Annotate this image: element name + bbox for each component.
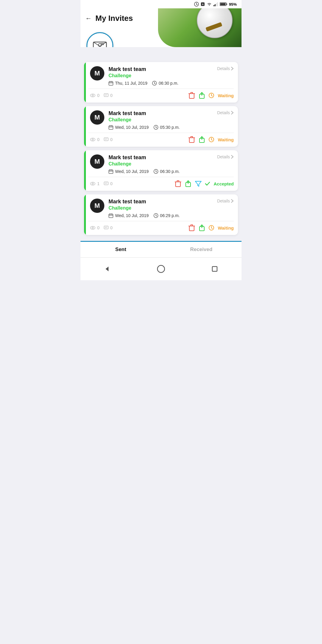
calendar-icon xyxy=(109,169,113,174)
details-label: Details xyxy=(217,154,230,159)
svg-point-50 xyxy=(90,138,95,141)
views-count: 0 xyxy=(97,225,100,230)
battery-icon xyxy=(220,2,227,6)
share-icon[interactable] xyxy=(199,224,205,231)
details-link[interactable]: Details xyxy=(217,154,234,159)
svg-rect-85 xyxy=(109,214,113,218)
chevron-right-icon xyxy=(231,155,234,159)
nav-recent-button[interactable] xyxy=(208,262,221,275)
calendar-icon xyxy=(109,81,113,86)
messages-stat: 0 xyxy=(104,93,113,98)
invite-date: Thu, 11 Jul, 2019 xyxy=(115,81,147,86)
card-date-time: Wed, 10 Jul, 2019 06:30 p.m. xyxy=(109,169,234,174)
status-badge: Waiting xyxy=(218,225,234,230)
share-icon[interactable] xyxy=(185,180,191,187)
svg-rect-77 xyxy=(176,182,180,187)
card-info: Mark test team Challenge Details xyxy=(109,66,234,86)
filter-icon[interactable] xyxy=(195,180,202,187)
time-item: 06:30 p.m. xyxy=(152,81,178,86)
time-item: 05:30 p.m. xyxy=(154,125,180,130)
svg-rect-109 xyxy=(212,267,217,271)
svg-rect-33 xyxy=(189,94,194,98)
chevron-right-icon xyxy=(231,199,234,203)
cards-area: M Mark test team Challenge Details xyxy=(80,47,242,239)
share-icon[interactable] xyxy=(199,136,205,143)
time-icon xyxy=(154,213,158,218)
delete-icon[interactable] xyxy=(188,224,195,231)
svg-rect-52 xyxy=(104,138,108,141)
nfc-icon: N xyxy=(200,2,205,7)
eye-icon xyxy=(90,94,95,97)
invite-time: 05:30 p.m. xyxy=(160,125,180,130)
card-top-section: M Mark test team Challenge Details xyxy=(84,62,238,89)
svg-rect-7 xyxy=(216,3,217,6)
details-link[interactable]: Details xyxy=(217,110,234,115)
card-info: Mark test team Challenge Details xyxy=(109,110,234,130)
svg-line-91 xyxy=(156,216,157,216)
action-icons: Waiting xyxy=(188,136,234,143)
delete-icon[interactable] xyxy=(188,92,195,99)
invite-date: Wed, 10 Jul, 2019 xyxy=(115,125,149,130)
svg-rect-11 xyxy=(220,3,225,5)
views-count: 0 xyxy=(97,93,100,98)
svg-point-72 xyxy=(90,182,95,185)
invite-time: 06:30 p.m. xyxy=(160,169,180,174)
tab-sent[interactable]: Sent xyxy=(80,242,161,257)
card-top-section: M Mark test team Challenge Details xyxy=(84,194,238,221)
chevron-right-icon xyxy=(231,66,234,71)
date-item: Wed, 10 Jul, 2019 xyxy=(109,125,149,130)
team-avatar: M xyxy=(90,66,104,80)
action-icons: Accepted xyxy=(175,180,234,187)
challenge-type: Challenge xyxy=(109,161,146,167)
views-stat: 1 xyxy=(90,181,100,186)
views-stat: 0 xyxy=(90,93,100,98)
messages-count: 0 xyxy=(110,93,113,98)
details-label: Details xyxy=(217,110,230,115)
invite-card-2: M Mark test team Challenge Details xyxy=(84,106,238,147)
invite-envelope-icon xyxy=(92,39,108,47)
svg-line-106 xyxy=(211,228,213,229)
eye-icon xyxy=(90,226,95,230)
nav-home-button[interactable] xyxy=(154,262,168,275)
eye-icon xyxy=(90,138,95,141)
team-name: Mark test team xyxy=(109,154,146,161)
messages-stat: 0 xyxy=(104,225,113,230)
delete-icon[interactable] xyxy=(188,136,195,143)
details-link[interactable]: Details xyxy=(217,199,234,203)
svg-rect-97 xyxy=(189,226,194,231)
svg-rect-74 xyxy=(104,182,108,185)
details-link[interactable]: Details xyxy=(217,66,234,71)
waiting-clock-icon xyxy=(209,93,214,98)
message-icon xyxy=(104,137,109,142)
nav-back-button[interactable] xyxy=(101,262,114,275)
invite-date: Wed, 10 Jul, 2019 xyxy=(115,213,149,218)
clock-status-icon xyxy=(194,2,199,7)
calendar-icon xyxy=(109,213,113,218)
challenge-type: Challenge xyxy=(109,117,146,123)
views-stat: 0 xyxy=(90,225,100,230)
svg-line-49 xyxy=(156,128,157,128)
svg-point-93 xyxy=(92,227,94,229)
chevron-right-icon xyxy=(231,111,234,115)
time-icon xyxy=(154,169,158,174)
share-icon[interactable] xyxy=(199,92,205,99)
back-button[interactable]: ← xyxy=(85,15,92,22)
messages-count: 0 xyxy=(110,137,113,142)
waiting-clock-icon xyxy=(209,137,214,142)
svg-point-92 xyxy=(90,226,95,229)
nav-home-icon xyxy=(157,265,165,273)
svg-line-27 xyxy=(154,83,155,84)
card-date-time: Wed, 10 Jul, 2019 06:29 p.m. xyxy=(109,213,234,218)
team-avatar: M xyxy=(90,110,104,125)
invite-card-3: M Mark test team Challenge Details xyxy=(84,150,238,191)
tab-received[interactable]: Received xyxy=(161,242,242,257)
invite-card-4: M Mark test team Challenge Details xyxy=(84,194,238,235)
card-bottom-section: 0 0 xyxy=(84,89,238,103)
team-avatar: M xyxy=(90,154,104,169)
delete-icon[interactable] xyxy=(175,180,181,187)
svg-rect-94 xyxy=(104,226,108,229)
details-label: Details xyxy=(217,66,230,71)
team-name: Mark test team xyxy=(109,66,146,72)
card-date-time: Thu, 11 Jul, 2019 06:30 p.m. xyxy=(109,81,234,86)
views-count: 1 xyxy=(97,181,100,186)
